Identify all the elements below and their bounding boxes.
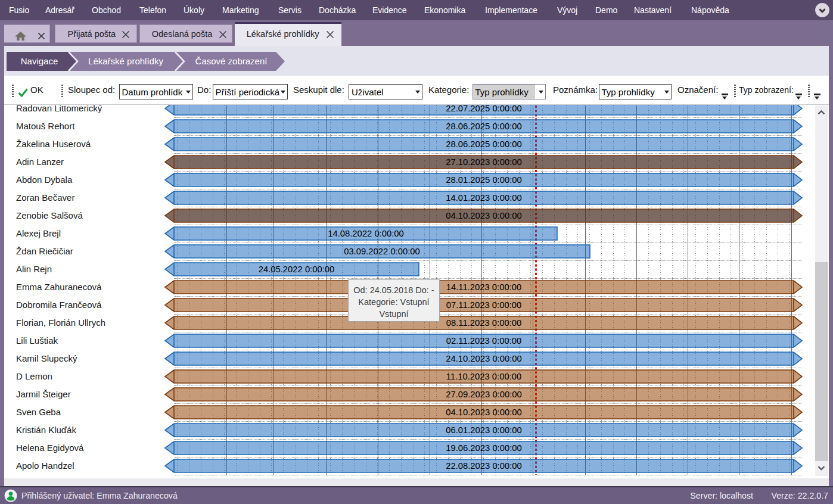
svg-text:28.01.2025 0:00:00: 28.01.2025 0:00:00 — [446, 175, 522, 185]
svg-text:04.10.2023 0:00:00: 04.10.2023 0:00:00 — [446, 407, 522, 417]
svg-text:14.08.2022 0:00:00: 14.08.2022 0:00:00 — [328, 229, 404, 238]
svg-text:Časové zobrazení: Časové zobrazení — [195, 56, 268, 66]
svg-text:Radovan Littomerický: Radovan Littomerický — [16, 105, 102, 113]
svg-text:Emma Zahuranecová: Emma Zahuranecová — [16, 282, 102, 292]
svg-text:28.06.2025 0:00:00: 28.06.2025 0:00:00 — [446, 139, 522, 149]
svg-text:07.11.2023 0:00:00: 07.11.2023 0:00:00 — [446, 300, 521, 310]
svg-text:Helena Egidyová: Helena Egidyová — [16, 443, 84, 453]
svg-text:Apolo Handzel: Apolo Handzel — [16, 461, 74, 471]
svg-text:24.05.2022 0:00:00: 24.05.2022 0:00:00 — [259, 265, 335, 274]
svg-text:Dobromila Frančeová: Dobromila Frančeová — [16, 300, 102, 310]
svg-text:28.06.2025 0:00:00: 28.06.2025 0:00:00 — [446, 122, 522, 131]
svg-text:Sven Geba: Sven Geba — [16, 407, 61, 417]
svg-text:Žakelina Huserová: Žakelina Huserová — [16, 139, 91, 149]
svg-text:Matouš Rehort: Matouš Rehort — [16, 121, 75, 131]
svg-text:24.10.2023 0:00:00: 24.10.2023 0:00:00 — [446, 354, 522, 363]
svg-text:Navigace: Navigace — [21, 56, 58, 66]
svg-text:27.10.2023 0:00:00: 27.10.2023 0:00:00 — [446, 157, 522, 167]
svg-text:04.10.2023 0:00:00: 04.10.2023 0:00:00 — [446, 211, 522, 220]
svg-text:08.11.2023 0:00:00: 08.11.2023 0:00:00 — [446, 318, 521, 328]
svg-text:Alin Rejn: Alin Rejn — [16, 264, 52, 274]
svg-text:Kamil Slupecký: Kamil Slupecký — [16, 353, 77, 363]
svg-text:02.11.2023 0:00:00: 02.11.2023 0:00:00 — [446, 336, 521, 346]
svg-text:14.11.2023 0:00:00: 14.11.2023 0:00:00 — [446, 282, 521, 292]
svg-text:27.09.2023 0:00:00: 27.09.2023 0:00:00 — [446, 390, 522, 399]
svg-text:Abdon Dybala: Abdon Dybala — [16, 175, 73, 185]
svg-text:Kategorie: Vstupní: Kategorie: Vstupní — [358, 297, 429, 307]
svg-text:D Lemon: D Lemon — [16, 371, 52, 381]
svg-text:Alexej Brejl: Alexej Brejl — [16, 228, 61, 238]
svg-text:Vstupní: Vstupní — [379, 309, 408, 319]
svg-text:19.06.2023 0:00:00: 19.06.2023 0:00:00 — [446, 443, 522, 453]
svg-text:Zenobie Salšová: Zenobie Salšová — [16, 210, 83, 220]
svg-text:06.01.2023 0:00:00: 06.01.2023 0:00:00 — [446, 425, 522, 435]
svg-text:14.01.2023 0:00:00: 14.01.2023 0:00:00 — [446, 193, 522, 203]
svg-text:03.09.2022 0:00:00: 03.09.2022 0:00:00 — [344, 247, 420, 256]
svg-text:Adin Lanzer: Adin Lanzer — [16, 157, 64, 167]
svg-text:Zoran Bečaver: Zoran Bečaver — [16, 192, 74, 203]
svg-text:Florian, Florián Ullrych: Florian, Florián Ullrych — [16, 318, 105, 328]
svg-text:11.10.2023 0:00:00: 11.10.2023 0:00:00 — [446, 372, 521, 381]
svg-text:Jarmil Šteiger: Jarmil Šteiger — [16, 389, 71, 399]
svg-text:22.07.2025 0:00:00: 22.07.2025 0:00:00 — [446, 105, 522, 113]
svg-text:Ždan Riečičiar: Ždan Riečičiar — [16, 246, 73, 256]
svg-text:22.08.2023 0:00:00: 22.08.2023 0:00:00 — [446, 461, 522, 471]
svg-text:Kristián Kluďák: Kristián Kluďák — [16, 425, 76, 435]
svg-text:Lékařské prohlídky: Lékařské prohlídky — [88, 56, 163, 66]
svg-text:Od: 24.05.2018 Do: -: Od: 24.05.2018 Do: - — [353, 285, 434, 295]
svg-text:Lili Luštiak: Lili Luštiak — [16, 335, 58, 346]
